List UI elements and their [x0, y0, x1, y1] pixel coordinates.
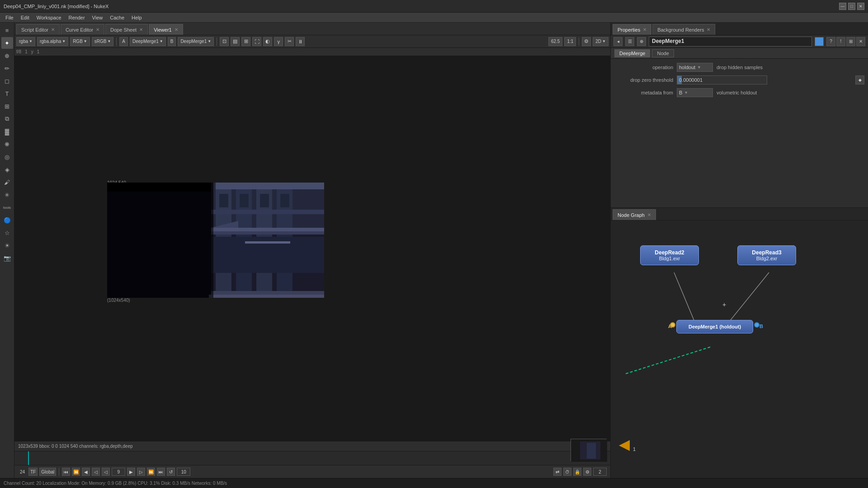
operation-dropdown[interactable]: holdout ▼	[677, 63, 713, 72]
transport-step-back-2[interactable]: ◁	[102, 468, 110, 476]
props-expand-icon[interactable]: ⊞	[846, 37, 855, 46]
tab-curve-editor[interactable]: Curve Editor ✕	[61, 24, 104, 35]
tab-node-graph[interactable]: Node Graph ✕	[613, 209, 656, 220]
props-tool-snap[interactable]: ⊕	[637, 37, 646, 46]
dope-sheet-close[interactable]: ✕	[139, 27, 143, 32]
node-deepmerge1[interactable]: DeepMerge1 (holdout)	[676, 320, 753, 333]
maximize-button[interactable]: □	[848, 3, 855, 10]
transport-play[interactable]: ▶	[127, 468, 135, 476]
sidebar-icon-clone[interactable]: ⧉	[1, 113, 13, 125]
sidebar-icon-node[interactable]: ❋	[1, 138, 13, 150]
menu-edit[interactable]: Edit	[17, 14, 33, 21]
sidebar-icon-lights[interactable]: ☀	[1, 239, 13, 251]
sub-tab-deep-merge[interactable]: DeepMerge	[614, 49, 650, 57]
script-editor-close[interactable]: ✕	[51, 27, 55, 32]
transport-settings[interactable]: ⚙	[583, 468, 591, 476]
zoom-display[interactable]: 62.5	[548, 37, 562, 46]
overlay-icon[interactable]: ⊞	[241, 37, 250, 46]
transport-step-back[interactable]: ◀	[82, 468, 90, 476]
curve-editor-close[interactable]: ✕	[96, 27, 99, 32]
clip-icon[interactable]: ✂	[285, 37, 294, 46]
sidebar-icon-select[interactable]: ✦	[1, 37, 13, 49]
sidebar-icon-menu[interactable]: ≡	[1, 24, 13, 36]
pause-icon[interactable]: ⏸	[296, 37, 305, 46]
gamma-icon[interactable]: γ	[274, 37, 283, 46]
menu-help[interactable]: Help	[128, 14, 146, 21]
transport-go-end[interactable]: ⏭	[157, 468, 165, 476]
compare-icon[interactable]: ⊡	[220, 37, 229, 46]
menu-workspace[interactable]: Workspace	[33, 14, 65, 21]
transport-next-key[interactable]: ⏩	[147, 468, 155, 476]
sidebar-icon-gizmo[interactable]: ☆	[1, 227, 13, 239]
viewer1-close[interactable]: ✕	[175, 27, 178, 32]
props-tab-close[interactable]: ✕	[643, 27, 646, 32]
viewer-area[interactable]: 1024,540 (1024x540)	[14, 56, 610, 441]
menu-file[interactable]: File	[2, 14, 17, 21]
transport-bounce[interactable]: ⇄	[553, 468, 561, 476]
minimize-button[interactable]: —	[839, 3, 846, 10]
sidebar-icon-crop[interactable]: ⊞	[1, 100, 13, 112]
menu-render[interactable]: Render	[65, 14, 89, 21]
props-close-icon[interactable]: ✕	[856, 37, 865, 46]
sidebar-icon-text[interactable]: T	[1, 88, 13, 99]
metadata-dropdown[interactable]: B ▼	[677, 88, 713, 97]
split-view-icon[interactable]: ▤	[231, 37, 240, 46]
menu-cache[interactable]: Cache	[106, 14, 128, 21]
bg-tab-close[interactable]: ✕	[707, 27, 710, 32]
node-deepread2[interactable]: DeepRead2 Bldg1.exr	[640, 245, 699, 265]
global-selector[interactable]: Global	[39, 468, 56, 476]
props-info-icon[interactable]: !	[836, 37, 845, 46]
node-a-selector[interactable]: DeepMerge1 ▼	[130, 37, 166, 46]
menu-view[interactable]: View	[89, 14, 107, 21]
sidebar-icon-label[interactable]: tools	[1, 202, 13, 213]
alpha-selector[interactable]: rgba.alpha ▼	[37, 37, 68, 46]
transport-lock[interactable]: 🔒	[573, 468, 581, 476]
channel-selector[interactable]: rgba ▼	[16, 37, 35, 46]
close-button[interactable]: ✕	[857, 3, 864, 10]
sidebar-icon-tracker[interactable]: ◈	[1, 164, 13, 175]
node-deepread3[interactable]: DeepRead3 Bldg2.exr	[737, 245, 796, 265]
transport-realtime[interactable]: ⏱	[563, 468, 571, 476]
sidebar-icon-3d[interactable]: 🔵	[1, 214, 13, 226]
node-b-selector[interactable]: DeepMerge1 ▼	[178, 37, 214, 46]
gain-icon[interactable]: ◐	[263, 37, 272, 46]
node-color-swatch[interactable]	[815, 37, 824, 46]
tab-script-editor[interactable]: Script Editor ✕	[16, 24, 60, 35]
tab-dope-sheet[interactable]: Dope Sheet ✕	[105, 24, 148, 35]
left-sidebar: ≡ ✦ ⊕ ✏ ◻ T ⊞ ⧉ ▓ ❋ ◎ ◈ 🖌 ✳ tools 🔵 ☆ ☀ …	[0, 23, 14, 478]
transport-step-back-1[interactable]: ◁	[92, 468, 100, 476]
sidebar-icon-brush[interactable]: ✏	[1, 62, 13, 74]
tab-viewer1[interactable]: Viewer1 ✕	[149, 24, 183, 35]
props-tool-bookmark[interactable]: ☰	[625, 37, 634, 46]
colorspace-selector[interactable]: RGB ▼	[70, 37, 90, 46]
view-mode[interactable]: 2D ▼	[593, 37, 609, 46]
tab-background-renders[interactable]: Background Renders ✕	[652, 24, 715, 35]
tf-selector[interactable]: TF	[28, 468, 38, 476]
props-tool-arrow[interactable]: ◂	[613, 37, 623, 46]
sidebar-icon-transform[interactable]: ⊕	[1, 50, 13, 61]
timeline-track[interactable]	[14, 451, 610, 465]
transport-play-fwd[interactable]: ▷	[137, 468, 145, 476]
ratio-display[interactable]: 1:1	[564, 37, 576, 46]
tab-properties[interactable]: Properties ✕	[613, 24, 651, 35]
drop-zero-anim-icon[interactable]: ◆	[855, 75, 864, 84]
viewer-settings-icon[interactable]: ⚙	[582, 37, 591, 46]
sidebar-icon-gradient[interactable]: ▓	[1, 126, 13, 137]
node-name-field[interactable]: DeepMerge1	[649, 37, 812, 47]
zoom-fit-icon[interactable]: ⛶	[252, 37, 261, 46]
sidebar-icon-camera[interactable]: 📷	[1, 252, 13, 264]
sidebar-icon-roto[interactable]: ◎	[1, 151, 13, 163]
node-graph-tab-close[interactable]: ✕	[647, 212, 651, 217]
transport-go-start[interactable]: ⏮	[62, 468, 70, 476]
transport-prev-key[interactable]: ⏪	[72, 468, 80, 476]
sub-tab-node[interactable]: Node	[652, 49, 674, 57]
slider-bg[interactable]: 0.0000001	[677, 75, 767, 84]
node-graph-content[interactable]: DeepRead2 Bldg1.exr DeepRead3 Bldg2.exr …	[611, 221, 868, 478]
transport-loop[interactable]: ↺	[167, 468, 175, 476]
sidebar-icon-paint[interactable]: 🖌	[1, 176, 13, 188]
sidebar-icon-shape[interactable]: ◻	[1, 75, 13, 87]
props-help-icon[interactable]: ?	[826, 37, 835, 46]
display-selector[interactable]: sRGB ▼	[92, 37, 114, 46]
drop-zero-slider[interactable]: 0.0000001	[677, 75, 852, 84]
sidebar-icon-particles[interactable]: ✳	[1, 189, 13, 201]
